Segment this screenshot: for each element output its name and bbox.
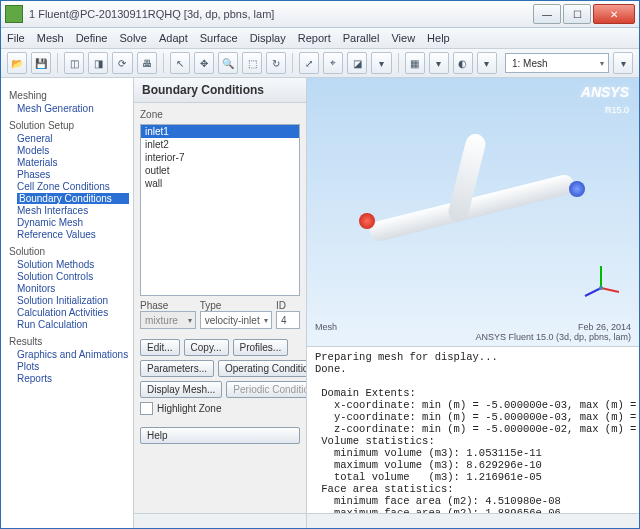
id-field[interactable]: 4 — [276, 311, 300, 329]
save-icon[interactable]: 💾 — [31, 52, 51, 74]
menu-view[interactable]: View — [391, 32, 415, 44]
titlebar: 1 Fluent@PC-20130911RQHQ [3d, dp, pbns, … — [1, 1, 639, 28]
zoom-in-icon[interactable]: 🔍 — [218, 52, 238, 74]
tree-item-general[interactable]: General — [17, 133, 129, 144]
type-label: Type — [200, 300, 272, 311]
inlet1-cap — [359, 213, 375, 229]
shade-icon[interactable]: ◐ — [453, 52, 473, 74]
wire-icon[interactable]: ▾ — [477, 52, 497, 74]
zone-item-inlet1[interactable]: inlet1 — [141, 125, 299, 138]
tree-item-mesh-interfaces[interactable]: Mesh Interfaces — [17, 205, 129, 216]
type-select[interactable]: velocity-inlet — [200, 311, 272, 329]
open-icon[interactable]: 📂 — [7, 52, 27, 74]
menu-define[interactable]: Define — [76, 32, 108, 44]
highlight-zone-label: Highlight Zone — [157, 403, 221, 414]
tree-item-controls[interactable]: Solution Controls — [17, 271, 129, 282]
tree-item-methods[interactable]: Solution Methods — [17, 259, 129, 270]
fit-icon[interactable]: ⤢ — [299, 52, 319, 74]
tree-solution-header: Solution — [9, 246, 129, 257]
menu-surface[interactable]: Surface — [200, 32, 238, 44]
close-button[interactable]: ✕ — [593, 4, 635, 24]
menu-mesh[interactable]: Mesh — [37, 32, 64, 44]
menu-adapt[interactable]: Adapt — [159, 32, 188, 44]
highlight-zone-checkbox[interactable]: Highlight Zone — [140, 402, 300, 415]
phase-label: Phase — [140, 300, 196, 311]
toolbar: 📂 💾 ◫ ◨ ⟳ 🖶 ↖ ✥ 🔍 ⬚ ↻ ⤢ ⌖ ◪ ▾ ▦ ▾ ◐ ▾ 1:… — [1, 49, 639, 78]
app-icon — [5, 5, 23, 23]
display-mesh-button[interactable]: Display Mesh... — [140, 381, 222, 398]
profiles-button[interactable]: Profiles... — [233, 339, 289, 356]
tree-results-header: Results — [9, 336, 129, 347]
tree-item-graphics[interactable]: Graphics and Animations — [17, 349, 129, 360]
outlet-cap — [569, 181, 585, 197]
viewport-label: Mesh — [315, 322, 337, 342]
zone-item-inlet2[interactable]: inlet2 — [141, 138, 299, 151]
print-icon[interactable]: 🖶 — [137, 52, 157, 74]
zone-item-interior[interactable]: interior-7 — [141, 151, 299, 164]
menu-solve[interactable]: Solve — [119, 32, 147, 44]
svg-line-1 — [601, 288, 619, 292]
tree-item-reports[interactable]: Reports — [17, 373, 129, 384]
zoom-box-icon[interactable]: ⬚ — [242, 52, 262, 74]
tree-item-calc-act[interactable]: Calculation Activities — [17, 307, 129, 318]
phase-select[interactable]: mixture — [140, 311, 196, 329]
menu-display[interactable]: Display — [250, 32, 286, 44]
rotate-icon[interactable]: ↻ — [266, 52, 286, 74]
panel-scrollbar[interactable] — [134, 513, 306, 528]
console-scrollbar[interactable] — [307, 513, 639, 528]
light-icon[interactable]: ▾ — [429, 52, 449, 74]
iso-icon[interactable]: ◪ — [347, 52, 367, 74]
id-label: ID — [276, 300, 300, 311]
dropdown-icon[interactable]: ▾ — [371, 52, 391, 74]
tree-item-materials[interactable]: Materials — [17, 157, 129, 168]
pointer-icon[interactable]: ↖ — [170, 52, 190, 74]
parameters-button[interactable]: Parameters... — [140, 360, 214, 377]
task-panel: Boundary Conditions Zone inlet1 inlet2 i… — [134, 78, 307, 528]
menu-help[interactable]: Help — [427, 32, 450, 44]
operating-conditions-button[interactable]: Operating Conditions... — [218, 360, 306, 377]
tree-item-init[interactable]: Solution Initialization — [17, 295, 129, 306]
tree-item-run-calc[interactable]: Run Calculation — [17, 319, 129, 330]
zone-label: Zone — [140, 109, 300, 120]
maximize-button[interactable]: ☐ — [563, 4, 591, 24]
tree-solution-setup-header: Solution Setup — [9, 120, 129, 131]
minimize-button[interactable]: — — [533, 4, 561, 24]
text-console[interactable]: Preparing mesh for display... Done. Doma… — [307, 346, 639, 513]
view-icon[interactable]: ◫ — [64, 52, 84, 74]
grid-icon[interactable]: ▦ — [405, 52, 425, 74]
graphics-viewport[interactable]: ANSYSR15.0 Mesh Feb 26, 2014ANSYS Fluent… — [307, 78, 639, 346]
zone-item-wall[interactable]: wall — [141, 177, 299, 190]
edit-button[interactable]: Edit... — [140, 339, 180, 356]
menu-file[interactable]: File — [7, 32, 25, 44]
help-button[interactable]: Help — [140, 427, 300, 444]
axes-icon[interactable]: ⌖ — [323, 52, 343, 74]
zone-item-outlet[interactable]: outlet — [141, 164, 299, 177]
tree-item-mesh-generation[interactable]: Mesh Generation — [17, 103, 129, 114]
tree-item-phases[interactable]: Phases — [17, 169, 129, 180]
zone-list[interactable]: inlet1 inlet2 interior-7 outlet wall — [140, 124, 300, 296]
menu-parallel[interactable]: Parallel — [343, 32, 380, 44]
tree-item-boundary-conditions[interactable]: Boundary Conditions — [17, 193, 129, 204]
svg-point-3 — [599, 286, 603, 290]
menubar: File Mesh Define Solve Adapt Surface Dis… — [1, 28, 639, 49]
pan-icon[interactable]: ✥ — [194, 52, 214, 74]
viewport-selector[interactable]: 1: Mesh — [505, 53, 609, 73]
viewport-version: ANSYS Fluent 15.0 (3d, dp, pbns, lam) — [475, 332, 631, 342]
tree-item-monitors[interactable]: Monitors — [17, 283, 129, 294]
panel-title: Boundary Conditions — [134, 78, 306, 103]
tree-item-plots[interactable]: Plots — [17, 361, 129, 372]
view2-icon[interactable]: ◨ — [88, 52, 108, 74]
viewport-date: Feb 26, 2014 — [578, 322, 631, 332]
tree-item-dynamic-mesh[interactable]: Dynamic Mesh — [17, 217, 129, 228]
svg-line-2 — [585, 288, 601, 296]
refresh-icon[interactable]: ⟳ — [112, 52, 132, 74]
viewport-options-icon[interactable]: ▾ — [613, 52, 633, 74]
copy-button[interactable]: Copy... — [184, 339, 229, 356]
navigation-tree: Meshing Mesh Generation Solution Setup G… — [1, 78, 134, 528]
periodic-conditions-button[interactable]: Periodic Conditions... — [226, 381, 306, 398]
axis-triad-icon — [581, 258, 621, 298]
tree-item-ref-values[interactable]: Reference Values — [17, 229, 129, 240]
tree-item-cell-zone[interactable]: Cell Zone Conditions — [17, 181, 129, 192]
menu-report[interactable]: Report — [298, 32, 331, 44]
tree-item-models[interactable]: Models — [17, 145, 129, 156]
